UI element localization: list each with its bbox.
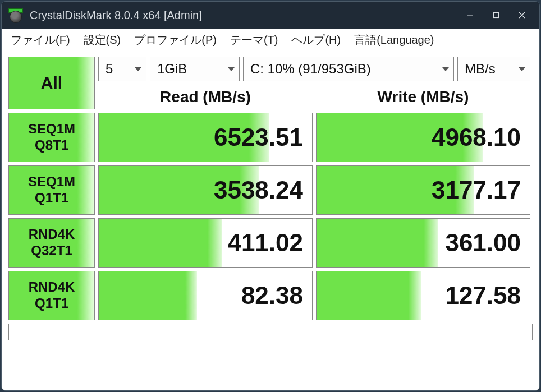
minimize-button[interactable] [457, 4, 483, 26]
menu-file[interactable]: ファイル(F) [7, 30, 74, 50]
count-value: 5 [106, 61, 113, 77]
maximize-button[interactable] [483, 4, 509, 26]
rnd4k-q32t1-read-cell: 411.02 [98, 218, 313, 268]
chevron-down-icon [442, 67, 449, 71]
titlebar: CrystalDiskMark 8.0.4 x64 [Admin] [2, 2, 539, 29]
status-bar [8, 324, 533, 340]
row1-line1: SEQ1M [28, 121, 75, 137]
rnd4k-q1t1-write-cell: 127.58 [316, 271, 530, 320]
menu-theme[interactable]: テーマ(T) [227, 30, 282, 50]
window-title: CrystalDiskMark 8.0.4 x64 [Admin] [30, 9, 202, 22]
app-window: CrystalDiskMark 8.0.4 x64 [Admin] ファイル(F… [1, 1, 540, 391]
benchmark-grid: All 5 1GiB C: 10% (91/953GiB) MB/s [8, 57, 533, 320]
row4-line1: RND4K [29, 279, 75, 296]
seq1m-q1t1-read-cell: 3538.24 [98, 165, 313, 215]
menu-profile[interactable]: プロファイル(P) [131, 30, 220, 50]
rnd4k-q32t1-read-value: 411.02 [227, 229, 303, 257]
content-area: All 5 1GiB C: 10% (91/953GiB) MB/s [2, 52, 539, 390]
run-seq1m-q1t1-button[interactable]: SEQ1M Q1T1 [8, 165, 95, 215]
size-select[interactable]: 1GiB [150, 57, 240, 81]
menubar: ファイル(F) 設定(S) プロファイル(P) テーマ(T) ヘルプ(H) 言語… [2, 29, 539, 52]
seq1m-q8t1-write-cell: 4968.10 [316, 113, 530, 162]
row2-line1: SEQ1M [28, 174, 75, 190]
count-select[interactable]: 5 [98, 57, 146, 81]
seq1m-q8t1-read-value: 6523.51 [214, 123, 303, 151]
unit-select[interactable]: MB/s [457, 57, 530, 81]
run-rnd4k-q32t1-button[interactable]: RND4K Q32T1 [8, 218, 95, 268]
menu-settings[interactable]: 設定(S) [80, 30, 125, 50]
row1-line2: Q8T1 [35, 137, 68, 154]
write-header: Write (MB/s) [316, 85, 530, 109]
row3-line1: RND4K [29, 227, 75, 243]
drive-select[interactable]: C: 10% (91/953GiB) [243, 57, 454, 81]
rnd4k-q1t1-read-value: 82.38 [241, 282, 303, 310]
run-all-button[interactable]: All [8, 57, 95, 109]
row4-line2: Q1T1 [35, 296, 68, 312]
chevron-down-icon [228, 67, 235, 71]
close-button[interactable] [509, 4, 535, 26]
size-value: 1GiB [157, 61, 187, 77]
svg-rect-1 [494, 13, 499, 18]
rnd4k-q32t1-write-cell: 361.00 [316, 218, 530, 268]
drive-value: C: 10% (91/953GiB) [250, 61, 371, 77]
rnd4k-q32t1-write-value: 361.00 [445, 229, 521, 257]
run-all-label: All [41, 73, 62, 93]
rnd4k-q1t1-read-cell: 82.38 [98, 271, 313, 320]
run-rnd4k-q1t1-button[interactable]: RND4K Q1T1 [8, 271, 95, 320]
row3-line2: Q32T1 [31, 243, 72, 259]
chevron-down-icon [519, 67, 525, 71]
chevron-down-icon [135, 67, 141, 71]
seq1m-q1t1-write-value: 3177.17 [432, 176, 521, 204]
run-seq1m-q8t1-button[interactable]: SEQ1M Q8T1 [8, 113, 95, 162]
seq1m-q8t1-read-cell: 6523.51 [98, 113, 313, 162]
rnd4k-q1t1-write-value: 127.58 [445, 282, 521, 310]
unit-value: MB/s [465, 61, 496, 77]
seq1m-q1t1-read-value: 3538.24 [214, 176, 303, 204]
row2-line2: Q1T1 [35, 190, 68, 206]
app-icon [8, 7, 24, 23]
seq1m-q8t1-write-value: 4968.10 [432, 123, 521, 151]
seq1m-q1t1-write-cell: 3177.17 [316, 165, 530, 215]
window-controls [457, 4, 535, 26]
menu-language[interactable]: 言語(Language) [351, 30, 437, 50]
menu-help[interactable]: ヘルプ(H) [288, 30, 344, 50]
read-header: Read (MB/s) [98, 85, 313, 109]
selector-row: 5 1GiB C: 10% (91/953GiB) MB/s [98, 57, 530, 81]
